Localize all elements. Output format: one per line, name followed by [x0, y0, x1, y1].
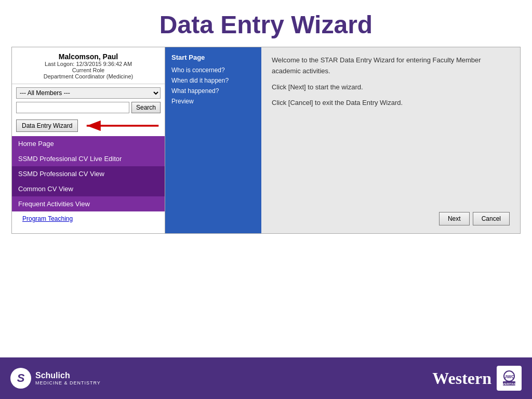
search-input[interactable]: [16, 102, 129, 113]
cancel-button[interactable]: Cancel: [473, 212, 510, 225]
wizard-nav-item[interactable]: Who is concerned?: [171, 66, 255, 74]
wizard-line3: Click [Cancel] to exit the Data Entry Wi…: [272, 98, 510, 109]
schulich-name: Schulich: [35, 370, 101, 380]
wizard-nav-item[interactable]: When did it happen?: [171, 77, 255, 84]
wizard-nav-items: Who is concerned?When did it happen?What…: [171, 66, 255, 105]
member-select-row: --- All Members ---: [12, 84, 165, 101]
schulich-text: Schulich MEDICINE & DENTISTRY: [35, 370, 101, 386]
wizard-nav-item[interactable]: Preview: [171, 98, 255, 105]
svg-text:UWO: UWO: [503, 374, 515, 379]
wizard-content: Welcome to the STAR Data Entry Wizard fo…: [261, 47, 520, 233]
wizard-welcome-text: Welcome to the STAR Data Entry Wizard fo…: [272, 55, 510, 114]
user-info-panel: Malcomson, Paul Last Logon: 12/3/2015 9:…: [12, 47, 165, 84]
nav-items-container: Home PageSSMD Professional CV Live Edito…: [12, 136, 165, 226]
schulich-logo: S Schulich MEDICINE & DENTISTRY: [10, 368, 101, 389]
user-name: Malcomson, Paul: [16, 52, 161, 61]
footer-right: Western UWO VERITAS: [432, 366, 522, 391]
footer: S Schulich MEDICINE & DENTISTRY Western …: [0, 357, 532, 399]
western-label: Western: [432, 369, 491, 388]
wizard-panel: Start Page Who is concerned?When did it …: [165, 47, 520, 233]
wizard-nav: Start Page Who is concerned?When did it …: [165, 47, 261, 233]
svg-text:VERITAS: VERITAS: [502, 382, 516, 385]
wizard-nav-item[interactable]: What happened?: [171, 87, 255, 95]
data-entry-wizard-button[interactable]: Data Entry Wizard: [16, 119, 78, 132]
western-crest-icon: UWO VERITAS: [497, 366, 522, 391]
sidebar-nav-item[interactable]: SSMD Professional CV View: [12, 166, 165, 181]
search-row: Search: [12, 101, 165, 116]
sidebar-nav-item[interactable]: Program Teaching: [12, 211, 165, 226]
user-role-value: Department Coordinator (Medicine): [16, 73, 161, 79]
member-select[interactable]: --- All Members ---: [16, 87, 161, 99]
sidebar-nav-item[interactable]: Common CV View: [12, 181, 165, 196]
schulich-subtitle: MEDICINE & DENTISTRY: [35, 380, 101, 386]
footer-left: S Schulich MEDICINE & DENTISTRY: [10, 368, 101, 389]
wizard-nav-title: Start Page: [171, 54, 255, 61]
wizard-line1: Welcome to the STAR Data Entry Wizard fo…: [272, 55, 510, 77]
wizard-button-row: Data Entry Wizard: [12, 116, 165, 136]
wizard-line2: Click [Next] to start the wizard.: [272, 82, 510, 93]
sidebar-nav-item[interactable]: SSMD Professional CV Live Editor: [12, 151, 165, 166]
sidebar-nav-item[interactable]: Frequent Activities View: [12, 196, 165, 211]
arrow-icon: [83, 118, 161, 133]
sidebar: Malcomson, Paul Last Logon: 12/3/2015 9:…: [12, 47, 165, 233]
main-container: Malcomson, Paul Last Logon: 12/3/2015 9:…: [11, 47, 521, 234]
user-role-label: Current Role: [16, 67, 161, 73]
schulich-s-icon: S: [10, 368, 31, 389]
page-title: Data Entry Wizard: [0, 0, 532, 47]
next-button[interactable]: Next: [439, 212, 470, 225]
sidebar-nav-item[interactable]: Home Page: [12, 136, 165, 151]
wizard-action-buttons: Next Cancel: [272, 207, 510, 225]
search-button[interactable]: Search: [131, 102, 161, 113]
user-logon: Last Logon: 12/3/2015 9:36:42 AM: [16, 61, 161, 67]
